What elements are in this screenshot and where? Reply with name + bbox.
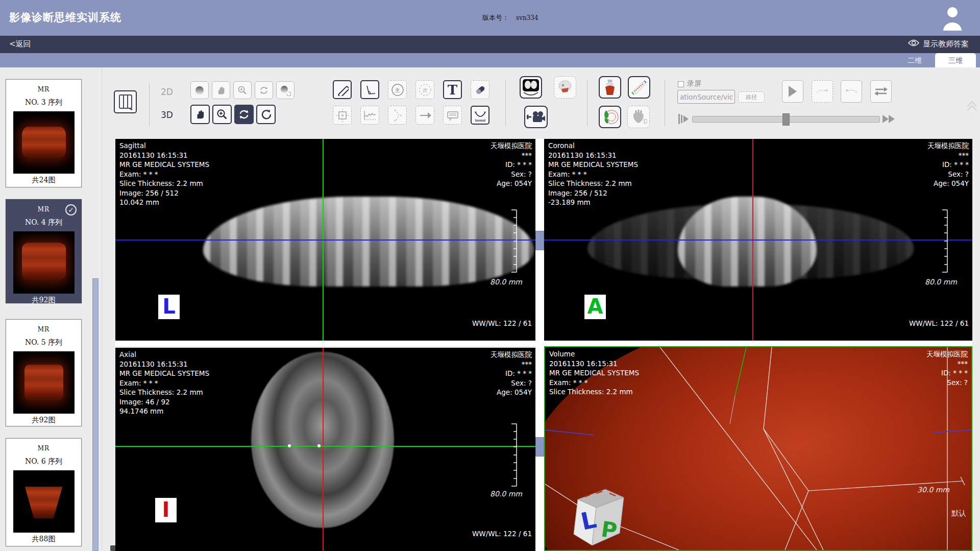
slice-scroll-thumb-top[interactable]	[535, 231, 544, 250]
tool2d-rotate-button[interactable]	[255, 81, 273, 99]
vp-thickness: Slice Thickness: 2.2 mm	[119, 388, 209, 397]
tool3d-pan-button[interactable]	[190, 105, 210, 124]
reference-dot	[317, 444, 321, 447]
video-path-input[interactable]	[677, 90, 735, 104]
series-thumbnail	[13, 231, 75, 294]
preset-segmentation-button[interactable]	[599, 106, 621, 128]
preset-heart-button[interactable]: D	[627, 106, 650, 128]
vp-id: ID: * * *	[491, 160, 532, 170]
crosshair-vertical-red[interactable]	[323, 348, 324, 551]
vp-stars: ***	[491, 151, 532, 160]
vp-datetime: 20161130 16:15:31	[549, 359, 639, 369]
measure-curved-ruler-button[interactable]	[471, 106, 489, 125]
preset-limb-button[interactable]	[628, 76, 650, 99]
slice-scroll-thumb-bottom[interactable]	[535, 437, 544, 457]
viewport-coronal[interactable]: Coronal 20161130 16:15:31 MR GE MEDICAL …	[544, 139, 972, 341]
play-button[interactable]	[782, 80, 803, 103]
show-teacher-answer-label: 显示教师答案	[923, 39, 969, 49]
tool2d-window-level-button[interactable]	[190, 81, 209, 99]
tool2d-zoom-button[interactable]	[233, 81, 252, 99]
crosshair-horizontal-blue[interactable]	[544, 239, 972, 241]
series-count: 共88图	[6, 535, 81, 544]
series-card-4-selected[interactable]: ✓ MR NO. 4 序列 共92图	[6, 199, 82, 303]
measure-comment-button[interactable]	[443, 106, 462, 125]
version-value: svn334	[516, 14, 538, 21]
tool3d-rotate-button[interactable]	[234, 105, 254, 124]
viewport-column-divider[interactable]	[535, 139, 544, 551]
orientation-marker-L: L	[158, 295, 180, 319]
vp-name: Sagittal	[119, 141, 209, 151]
crosshair-horizontal-green[interactable]	[115, 446, 535, 447]
series-card-5[interactable]: MR NO. 5 序列 共92图	[6, 319, 82, 426]
orientation-cube[interactable]: L P	[567, 483, 634, 551]
cube-face-P: P	[600, 516, 619, 543]
vp-exam: Exam: * * *	[549, 378, 639, 388]
series-modality: MR	[6, 326, 81, 333]
orientation-marker-I: I	[155, 498, 177, 522]
tool3d-zoom-button[interactable]	[212, 105, 232, 124]
measure-arrow-button[interactable]	[415, 106, 434, 125]
sagittal-info-block: Sagittal 20161130 16:15:31 MR GE MEDICAL…	[119, 141, 209, 207]
rotate-left-button[interactable]	[841, 80, 862, 103]
vp-id: ID: * * *	[926, 368, 968, 378]
vp-sex: Sex: ?	[927, 170, 969, 179]
scale-ruler	[942, 209, 949, 275]
tab-3d[interactable]: 三维	[935, 53, 976, 67]
measure-curve-button[interactable]	[388, 106, 407, 125]
viewport-sagittal[interactable]: Sagittal 20161130 16:15:31 MR GE MEDICAL…	[115, 139, 535, 341]
volume-patient-block: 天堰模拟医院 *** ID: * * * Sex: ?	[926, 349, 968, 387]
series-name: NO. 3 序列	[6, 98, 81, 107]
tool2d-pan-button[interactable]	[212, 81, 230, 99]
vp-datetime: 20161130 16:15:31	[119, 151, 209, 160]
path-button[interactable]: 路径	[738, 91, 765, 103]
crosshair-horizontal-blue[interactable]	[115, 239, 535, 241]
vp-stars: ***	[927, 151, 969, 160]
measure-secondary-button[interactable]: 次	[415, 80, 434, 99]
vp-sex: Sex: ?	[491, 170, 532, 179]
tool3d-reset-button[interactable]	[256, 105, 276, 124]
series-card-3[interactable]: MR NO. 3 序列 共24图	[6, 79, 82, 187]
user-avatar-icon[interactable]	[939, 4, 966, 32]
sub-nav-bar: <返回 显示教师答案	[0, 36, 980, 53]
measure-eraser-button[interactable]	[471, 80, 489, 99]
series-modality: MR	[6, 86, 81, 93]
sidebar-scrollbar[interactable]	[92, 278, 99, 551]
measure-profile-button[interactable]	[360, 106, 379, 125]
version-info: 版本号：svn334	[482, 13, 538, 22]
vp-device: MR GE MEDICAL SYSTEMS	[548, 160, 638, 170]
viewport-volume-3d[interactable]: Volume 20161130 16:15:31 MR GE MEDICAL S…	[544, 346, 972, 551]
measure-primary-button[interactable]: 主	[388, 80, 407, 99]
header-bar: 影像诊断思维实训系统 版本号：svn334	[0, 0, 980, 36]
swap-direction-button[interactable]	[870, 80, 892, 103]
back-button[interactable]: <返回	[9, 39, 31, 49]
preset-lung-button[interactable]	[520, 76, 542, 99]
series-card-6[interactable]: MR NO. 6 序列 共88图	[6, 438, 82, 546]
layout-button[interactable]	[114, 90, 137, 113]
page-title: 影像诊断思维实训系统	[9, 10, 121, 25]
app-root: 影像诊断思维实训系统 版本号：svn334 <返回 显示教师答案 二维 三维 M…	[0, 0, 980, 551]
volume-preset-label[interactable]: 默认	[951, 509, 966, 518]
tab-2d[interactable]: 二维	[894, 53, 935, 67]
label-3d: 3D	[161, 110, 173, 120]
export-video-button[interactable]	[524, 106, 548, 128]
vp-id: ID: * * *	[491, 369, 532, 378]
tool2d-window-reset-button[interactable]	[276, 81, 295, 99]
vp-datetime: 20161130 16:15:31	[119, 360, 209, 369]
collapse-panel-chevron[interactable]	[967, 102, 978, 113]
viewport-axial[interactable]: Axial 20161130 16:15:31 MR GE MEDICAL SY…	[115, 348, 535, 551]
measure-ruler-button[interactable]	[333, 80, 352, 99]
preset-skull-button[interactable]	[554, 76, 576, 99]
speed-slider-thumb[interactable]	[782, 113, 790, 126]
measure-roi-button[interactable]	[333, 106, 352, 125]
toolbar-divider	[149, 83, 150, 127]
preset-knee-button[interactable]	[599, 76, 621, 99]
vp-hospital: 天堰模拟医院	[491, 141, 532, 151]
vp-name: Axial	[119, 350, 209, 360]
show-teacher-answer-button[interactable]: 显示教师答案	[908, 39, 969, 49]
axial-patient-block: 天堰模拟医院 *** ID: * * * Sex: ? Age: 054Y	[491, 350, 532, 397]
rotate-right-button[interactable]	[812, 80, 833, 103]
record-checkbox[interactable]	[678, 81, 684, 87]
measure-angle-button[interactable]	[360, 80, 379, 99]
vp-stars: ***	[491, 360, 532, 369]
measure-text-button[interactable]: T	[443, 80, 462, 99]
